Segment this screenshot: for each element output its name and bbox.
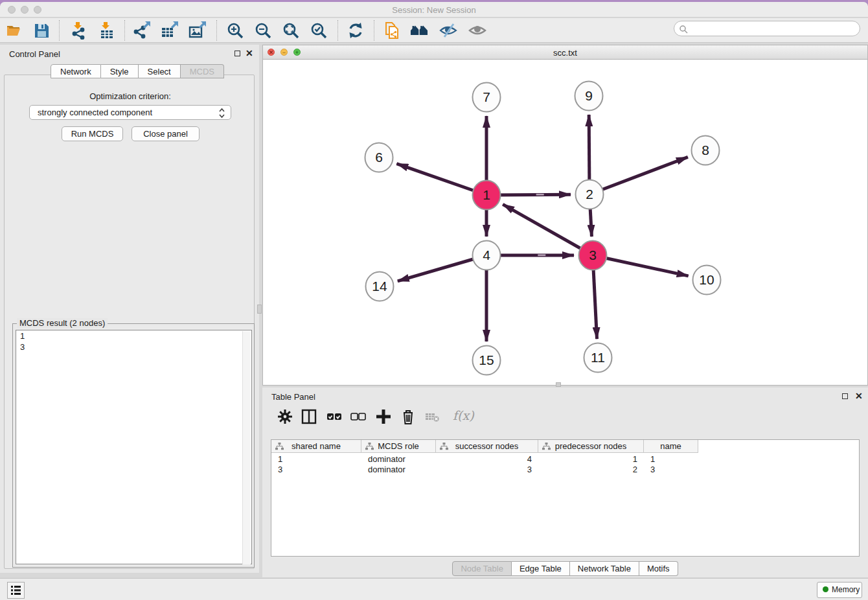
toolbar-separator xyxy=(337,20,338,41)
tab-network[interactable]: Network xyxy=(51,64,101,78)
tab-style[interactable]: Style xyxy=(101,64,139,78)
tab-mcds[interactable]: MCDS xyxy=(181,64,224,78)
toolbar-separator xyxy=(216,20,217,41)
show-columns-icon[interactable] xyxy=(301,408,317,425)
mcds-result-list[interactable]: 1 3 xyxy=(16,330,252,564)
select-all-icon[interactable] xyxy=(326,408,343,425)
show-all-icon[interactable] xyxy=(468,21,486,40)
graph-edge-3-1[interactable] xyxy=(503,204,593,255)
network-window-titlebar: ✕ − + scc.txt xyxy=(263,45,867,60)
tab-select[interactable]: Select xyxy=(139,64,181,78)
toolbar-separator xyxy=(124,20,125,41)
graph-node-label: 6 xyxy=(375,150,383,165)
tab-node-table[interactable]: Node Table xyxy=(452,561,512,576)
table-cell[interactable]: dominator xyxy=(361,465,436,475)
open-file-icon[interactable] xyxy=(5,21,23,40)
mcds-result-title: MCDS result (2 nodes) xyxy=(17,318,108,328)
zoom-in-icon[interactable] xyxy=(226,21,244,40)
column-header-name[interactable]: name xyxy=(644,440,698,453)
save-session-icon[interactable] xyxy=(32,21,51,40)
table-float-icon[interactable] xyxy=(842,393,848,399)
table-cell[interactable]: 1 xyxy=(644,454,698,465)
list-icon xyxy=(8,583,24,598)
close-panel-button[interactable]: Close panel xyxy=(131,126,200,141)
export-table-icon[interactable] xyxy=(160,21,178,40)
memory-label: Memory xyxy=(832,585,860,594)
horizontal-splitter-handle[interactable] xyxy=(556,382,561,387)
home-icon[interactable] xyxy=(411,21,429,40)
criterion-value: strongly connected component xyxy=(38,108,152,117)
float-panel-icon[interactable] xyxy=(234,51,240,56)
column-header-shared-name[interactable]: shared name xyxy=(271,440,361,453)
table-cell[interactable]: 1 xyxy=(538,454,644,465)
graph-node-label: 2 xyxy=(586,187,593,202)
table-close-icon[interactable]: ✕ xyxy=(855,392,863,400)
table-cell[interactable]: 2 xyxy=(538,465,644,475)
combo-arrows-icon xyxy=(219,108,225,119)
window-title: Session: New Session xyxy=(0,5,868,15)
search-input[interactable] xyxy=(674,21,860,36)
tab-motifs[interactable]: Motifs xyxy=(639,561,678,576)
import-network-icon[interactable] xyxy=(70,21,88,40)
workspace: Control Panel ✕ Optimization criterion: … xyxy=(0,43,868,578)
control-panel-title: Control Panel xyxy=(9,49,60,59)
graph-edge-2-8[interactable] xyxy=(589,157,688,194)
control-panel: Control Panel ✕ Optimization criterion: … xyxy=(0,45,259,573)
table-cell[interactable]: 4 xyxy=(436,454,538,465)
memory-button[interactable]: Memory xyxy=(817,582,862,598)
network-graph[interactable]: 7968124314101511 xyxy=(263,60,867,386)
optimization-label: Optimization criterion: xyxy=(5,91,256,101)
graph-edge-3-10[interactable] xyxy=(593,255,689,276)
graph-node-label: 11 xyxy=(591,350,605,365)
tab-edge-table[interactable]: Edge Table xyxy=(512,561,570,576)
table-cell[interactable]: 3 xyxy=(271,465,361,475)
app-window: Session: New Session xyxy=(0,2,868,600)
run-mcds-button[interactable]: Run MCDS xyxy=(62,126,123,141)
column-header-predecessor-nodes[interactable]: predecessor nodes xyxy=(538,440,644,453)
table-panel-title: Table Panel xyxy=(271,392,315,402)
criterion-select[interactable]: strongly connected component xyxy=(29,105,231,120)
zoom-fit-icon[interactable] xyxy=(282,21,300,40)
table-cell[interactable]: 1 xyxy=(271,454,361,465)
export-image-icon[interactable] xyxy=(188,21,206,40)
duplicate-network-icon[interactable] xyxy=(383,21,401,40)
graph-node-label: 7 xyxy=(483,89,490,104)
tab-network-table[interactable]: Network Table xyxy=(570,561,639,576)
deselect-all-icon[interactable] xyxy=(350,408,367,425)
graph-node-label: 15 xyxy=(479,352,494,367)
graph-node-label: 1 xyxy=(483,187,490,202)
mcds-result-group: MCDS result (2 nodes) 1 3 xyxy=(12,323,255,568)
hide-selected-icon[interactable] xyxy=(439,21,457,40)
network-view-window: ✕ − + scc.txt 7968124314101511 xyxy=(262,45,868,386)
result-line: 1 xyxy=(16,330,251,341)
vertical-splitter-handle[interactable] xyxy=(257,305,262,314)
search-icon xyxy=(679,25,688,34)
import-table-icon[interactable] xyxy=(98,21,116,40)
result-scrollbar[interactable] xyxy=(242,331,251,564)
graph-node-label: 4 xyxy=(483,248,490,262)
table-cell[interactable]: 3 xyxy=(436,465,538,475)
zoom-out-icon[interactable] xyxy=(254,21,272,40)
node-table[interactable]: shared nameMCDS rolesuccessor nodesprede… xyxy=(271,439,860,557)
table-settings-icon[interactable] xyxy=(277,408,293,425)
graph-node-label: 3 xyxy=(589,248,597,262)
table-tabs: Node Table Edge Table Network Table Moti… xyxy=(262,561,868,576)
zoom-selected-icon[interactable] xyxy=(310,21,328,40)
table-panel: Table Panel ✕ xyxy=(262,387,868,577)
table-cell[interactable]: dominator xyxy=(361,454,436,465)
edge-label-mark xyxy=(538,255,545,257)
close-panel-icon[interactable]: ✕ xyxy=(246,49,253,57)
toolbar-separator xyxy=(59,20,60,41)
function-builder-icon[interactable]: f(x) xyxy=(453,408,474,422)
add-column-icon[interactable] xyxy=(375,408,392,425)
task-history-button[interactable] xyxy=(7,582,25,599)
column-header-successor-nodes[interactable]: successor nodes xyxy=(436,440,538,453)
delete-table-icon[interactable] xyxy=(424,408,441,425)
table-cell[interactable]: 3 xyxy=(644,465,698,475)
refresh-layout-icon[interactable] xyxy=(347,21,365,40)
graph-node-label: 10 xyxy=(699,272,714,287)
column-header-MCDS-role[interactable]: MCDS role xyxy=(361,440,436,453)
delete-column-icon[interactable] xyxy=(400,408,417,425)
graph-node-label: 14 xyxy=(372,279,387,294)
export-network-icon[interactable] xyxy=(132,21,150,40)
